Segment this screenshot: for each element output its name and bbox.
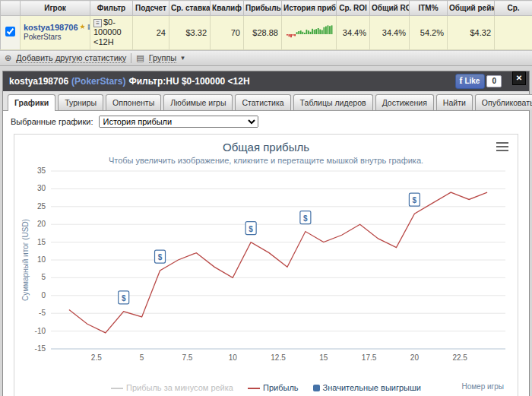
player-stats-table: Игрок Фильтр Подсчет Ср. ставка Квалиф П… bbox=[0, 0, 532, 50]
tab-opponents[interactable]: Оппоненты bbox=[106, 94, 161, 110]
sparkline-chart bbox=[285, 24, 334, 40]
svg-text:0: 0 bbox=[41, 290, 46, 299]
header-total-roi[interactable]: Общий ROI bbox=[370, 1, 410, 16]
svg-text:10: 10 bbox=[37, 255, 46, 264]
groups-icon[interactable]: ▤ bbox=[136, 53, 144, 63]
filter-cell[interactable]: ≡$0-100000 <12H bbox=[90, 16, 133, 50]
graph-selector-label: Выбранные графики: bbox=[11, 117, 93, 126]
tab-achievements[interactable]: Достижения bbox=[375, 94, 434, 110]
header-count[interactable]: Подсчет bbox=[133, 1, 169, 16]
profit-history-sparkline[interactable] bbox=[282, 16, 337, 50]
svg-text:5: 5 bbox=[140, 353, 144, 362]
add-statistic-button[interactable]: Добавить другую статистику bbox=[16, 53, 126, 63]
chart-plot-area[interactable]: -15-10-5051015202530352.557.51012.51517.… bbox=[19, 166, 515, 373]
svg-text:$: $ bbox=[249, 224, 253, 233]
header-avg-roi[interactable]: Ср. ROI bbox=[337, 1, 370, 16]
tab-favorite-games[interactable]: Любимые игры bbox=[163, 94, 233, 110]
toolbar-divider bbox=[131, 53, 131, 63]
medal-icon[interactable]: ★ bbox=[80, 23, 86, 30]
facebook-like-button[interactable]: f Like bbox=[455, 74, 485, 89]
svg-text:30: 30 bbox=[37, 184, 46, 192]
legend-label-profit: Прибыль bbox=[263, 383, 299, 392]
svg-text:$: $ bbox=[122, 293, 126, 302]
legend-item-significant-wins[interactable]: Значительные выигрыши bbox=[313, 383, 421, 392]
table-row: kostya198706★▦↗ PokerStars ≡$0-100000 <1… bbox=[1, 16, 532, 50]
tab-publish[interactable]: Опубликовать bbox=[475, 94, 532, 110]
row-select-checkbox[interactable] bbox=[5, 27, 15, 36]
svg-text:$: $ bbox=[303, 214, 308, 222]
svg-text:5: 5 bbox=[41, 273, 46, 281]
chevron-down-icon[interactable]: ▾ bbox=[181, 54, 185, 62]
avg-stake-value: $3.32 bbox=[169, 16, 211, 50]
chart-menu-icon[interactable] bbox=[496, 142, 508, 154]
svg-text:7.5: 7.5 bbox=[182, 353, 192, 362]
tab-tournaments[interactable]: Турниры bbox=[58, 94, 103, 110]
header-checkbox-col bbox=[1, 1, 21, 16]
panel-title-player: kostya198706 bbox=[9, 76, 68, 87]
profit-chart[interactable]: Общая прибыль Чтобы увеличить изображени… bbox=[14, 134, 518, 396]
itm-value: 54.2% bbox=[410, 16, 448, 50]
svg-text:2.5: 2.5 bbox=[91, 353, 102, 362]
legend-item-net-profit[interactable]: Прибыль за минусом рейка bbox=[111, 383, 233, 392]
legend-item-profit[interactable]: Прибыль bbox=[248, 383, 299, 392]
total-roi-value: 34.4% bbox=[370, 16, 410, 50]
panel-header: kostya198706 (PokerStars) Фильтр:HU $0-1… bbox=[3, 71, 529, 91]
header-itm[interactable]: ITM% bbox=[410, 1, 448, 16]
panel-title-site: (PokerStars) bbox=[71, 76, 125, 87]
svg-text:17.5: 17.5 bbox=[362, 353, 377, 362]
svg-text:15: 15 bbox=[37, 237, 46, 246]
svg-text:-15: -15 bbox=[35, 344, 46, 353]
header-filter[interactable]: Фильтр bbox=[90, 1, 133, 16]
svg-text:20: 20 bbox=[410, 353, 420, 362]
svg-text:20: 20 bbox=[37, 220, 46, 228]
blue-marker-sample-icon bbox=[313, 385, 320, 391]
stats-toolbar: ⊕ Добавить другую статистику ▤ Группы ▾ bbox=[0, 50, 532, 66]
header-total-rake[interactable]: Общий рейк bbox=[448, 1, 495, 16]
legend-label-significant-wins: Значительные выигрыши bbox=[323, 383, 421, 392]
header-profit[interactable]: Прибыль bbox=[244, 1, 282, 16]
header-qualif[interactable]: Квалиф bbox=[211, 1, 244, 16]
svg-text:22.5: 22.5 bbox=[452, 353, 467, 362]
profit-value: $28.88 bbox=[244, 16, 282, 50]
avg-cut-value bbox=[495, 16, 532, 50]
tab-find[interactable]: Найти bbox=[436, 94, 473, 110]
count-value: 24 bbox=[133, 16, 169, 50]
red-line-sample-icon bbox=[248, 388, 260, 389]
header-avg-stake[interactable]: Ср. ставка bbox=[169, 1, 211, 16]
player-detail-panel: kostya198706 (PokerStars) Фильтр:HU $0-1… bbox=[2, 71, 530, 396]
tab-statistics[interactable]: Статистика bbox=[235, 94, 290, 110]
chart-legend: Прибыль за минусом рейка Прибыль Значите… bbox=[14, 383, 518, 392]
add-statistic-icon[interactable]: ⊕ bbox=[5, 53, 11, 63]
svg-text:-5: -5 bbox=[39, 309, 46, 317]
facebook-icon: f bbox=[459, 75, 462, 87]
player-name-link[interactable]: kostya198706 bbox=[24, 23, 78, 32]
svg-text:$: $ bbox=[413, 196, 417, 204]
x-axis-title: Номер игры bbox=[461, 382, 504, 391]
svg-text:-10: -10 bbox=[35, 326, 46, 334]
legend-label-net-profit: Прибыль за минусом рейка bbox=[126, 383, 233, 392]
svg-text:$: $ bbox=[158, 253, 163, 261]
graph-select[interactable]: История прибыли bbox=[99, 116, 258, 128]
chart-title: Общая прибыль bbox=[14, 141, 518, 154]
svg-text:Суммарный итог (USD): Суммарный итог (USD) bbox=[21, 219, 30, 301]
graph-selector-row: Выбранные графики: История прибыли bbox=[3, 111, 529, 132]
player-site-label: PokerStars bbox=[24, 33, 87, 43]
chart-subtitle: Чтобы увеличить изображение, кликните и … bbox=[14, 156, 518, 165]
facebook-like-count: 0 bbox=[486, 75, 502, 87]
tab-leaderboards[interactable]: Таблицы лидеров bbox=[293, 94, 373, 110]
gray-line-sample-icon bbox=[111, 388, 123, 389]
header-profit-history[interactable]: История прибы bbox=[282, 1, 337, 16]
header-avg-cut[interactable]: Ср. bbox=[495, 1, 532, 16]
total-rake-value: $4.32 bbox=[448, 16, 495, 50]
header-player[interactable]: Игрок bbox=[21, 1, 90, 16]
svg-text:25: 25 bbox=[37, 201, 46, 210]
stats-grid-icon[interactable]: ▦ bbox=[87, 23, 90, 30]
table-header-row: Игрок Фильтр Подсчет Ср. ставка Квалиф П… bbox=[1, 1, 532, 16]
close-panel-button[interactable]: ✕ bbox=[512, 71, 526, 85]
row-select-cell bbox=[1, 16, 21, 50]
qualif-value: 70 bbox=[211, 16, 244, 50]
tab-graphs[interactable]: Графики bbox=[8, 94, 55, 111]
svg-text:15: 15 bbox=[319, 353, 328, 362]
groups-button[interactable]: Группы bbox=[149, 53, 177, 63]
panel-title-filter: Фильтр:HU $0-100000 <12H bbox=[128, 76, 249, 87]
